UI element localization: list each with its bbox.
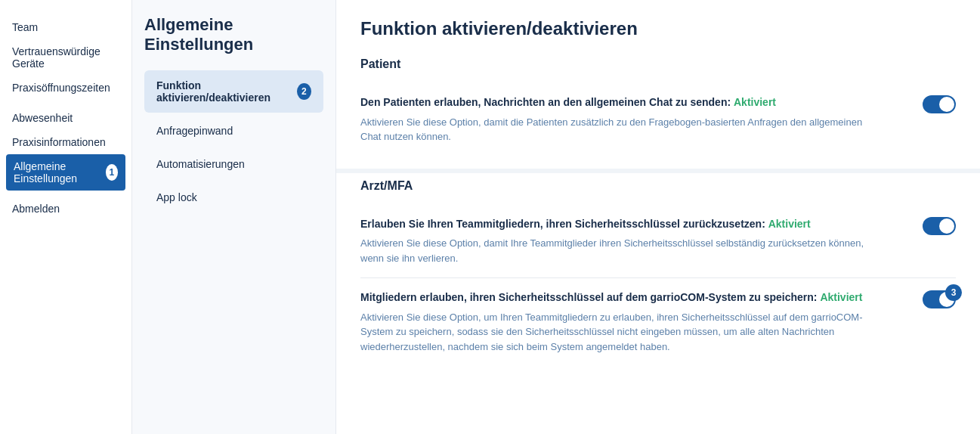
- reset-key-desc: Aktivieren Sie diese Option, damit Ihre …: [360, 236, 874, 265]
- middle-nav-applock[interactable]: App lock: [144, 182, 323, 212]
- middle-panel-title: Allgemeine Einstellungen: [144, 15, 323, 55]
- patient-chat-toggle-wrapper[interactable]: [923, 95, 956, 113]
- reset-key-label: Erlauben Sie Ihren Teammitgliedern, ihre…: [360, 217, 910, 232]
- save-key-label-text: Mitgliedern erlauben, ihren Sicherheitss…: [360, 291, 818, 303]
- patient-chat-status: Aktiviert: [734, 96, 776, 108]
- arzt-section: Arzt/MFA Erlauben Sie Ihren Teammitglied…: [360, 179, 956, 367]
- patient-chat-desc: Aktivieren Sie diese Option, damit die P…: [360, 115, 874, 144]
- arzt-section-title: Arzt/MFA: [360, 179, 956, 193]
- save-key-text: Mitgliedern erlauben, ihren Sicherheitss…: [360, 290, 910, 354]
- sidebar-item-practice-hours-label: Praxisöffnungszeiten: [12, 82, 110, 94]
- sidebar-item-trusted-devices[interactable]: Vertrauenswürdige Geräte: [0, 39, 131, 76]
- reset-key-text: Erlauben Sie Ihren Teammitgliedern, ihre…: [360, 217, 910, 266]
- sidebar-item-absence[interactable]: Abwesenheit: [0, 106, 131, 130]
- sidebar: Team Vertrauenswürdige Geräte Praxisöffn…: [0, 0, 132, 434]
- save-key-status: Aktiviert: [820, 291, 862, 303]
- middle-panel: Allgemeine Einstellungen Funktion aktivi…: [132, 0, 336, 434]
- sidebar-badge-1: 1: [106, 164, 118, 181]
- patient-chat-label-text: Den Patienten erlauben, Nachrichten an d…: [360, 96, 731, 108]
- sidebar-item-trusted-devices-label: Vertrauenswürdige Geräte: [12, 45, 119, 70]
- reset-key-setting-row: Erlauben Sie Ihren Teammitgliedern, ihre…: [360, 205, 956, 279]
- sidebar-item-absence-label: Abwesenheit: [12, 112, 73, 124]
- reset-key-toggle-wrapper[interactable]: [923, 217, 956, 235]
- sidebar-item-general-settings[interactable]: Allgemeine Einstellungen 1: [6, 154, 125, 191]
- save-key-setting-row: Mitgliedern erlauben, ihren Sicherheitss…: [360, 278, 956, 366]
- middle-nav-funktion[interactable]: Funktion aktivieren/deaktivieren 2: [144, 70, 323, 113]
- sidebar-item-practice-info-label: Praxisinformationen: [12, 136, 106, 148]
- sidebar-item-team-label: Team: [12, 21, 38, 33]
- sidebar-item-logout-label: Abmelden: [12, 203, 60, 215]
- sidebar-item-practice-hours[interactable]: Praxisöffnungszeiten: [0, 76, 131, 100]
- sidebar-item-general-settings-label: Allgemeine Einstellungen: [14, 160, 101, 184]
- reset-key-label-text: Erlauben Sie Ihren Teammitgliedern, ihre…: [360, 218, 765, 230]
- section-separator-1: [336, 169, 980, 173]
- middle-nav-auto-label: Automatisierungen: [156, 158, 245, 170]
- middle-nav-anfrage[interactable]: Anfragepinwand: [144, 116, 323, 146]
- middle-nav-funktion-label: Funktion aktivieren/deaktivieren: [156, 79, 297, 104]
- sidebar-item-practice-info[interactable]: Praxisinformationen: [0, 130, 131, 154]
- patient-section: Patient Den Patienten erlauben, Nachrich…: [360, 57, 956, 157]
- patient-chat-text: Den Patienten erlauben, Nachrichten an d…: [360, 95, 910, 144]
- save-key-desc: Aktivieren Sie diese Option, um Ihren Te…: [360, 310, 874, 355]
- middle-badge-2: 2: [297, 83, 311, 100]
- save-key-toggle-wrapper[interactable]: 3: [923, 290, 956, 308]
- save-key-label: Mitgliedern erlauben, ihren Sicherheitss…: [360, 290, 910, 305]
- patient-section-title: Patient: [360, 57, 956, 71]
- main-content: Funktion aktivieren/deaktivieren Patient…: [336, 0, 980, 434]
- middle-nav-auto[interactable]: Automatisierungen: [144, 149, 323, 179]
- middle-nav-anfrage-label: Anfragepinwand: [156, 125, 233, 137]
- patient-chat-label: Den Patienten erlauben, Nachrichten an d…: [360, 95, 910, 110]
- middle-nav-applock-label: App lock: [156, 191, 197, 203]
- reset-key-toggle[interactable]: [923, 217, 956, 235]
- page-title: Funktion aktivieren/deaktivieren: [360, 18, 956, 39]
- patient-chat-setting-row: Den Patienten erlauben, Nachrichten an d…: [360, 83, 956, 157]
- toggle-badge-3: 3: [945, 284, 962, 301]
- sidebar-item-logout[interactable]: Abmelden: [0, 197, 131, 221]
- patient-chat-toggle[interactable]: [923, 95, 956, 113]
- reset-key-status: Aktiviert: [768, 218, 811, 230]
- sidebar-item-team[interactable]: Team: [0, 15, 131, 39]
